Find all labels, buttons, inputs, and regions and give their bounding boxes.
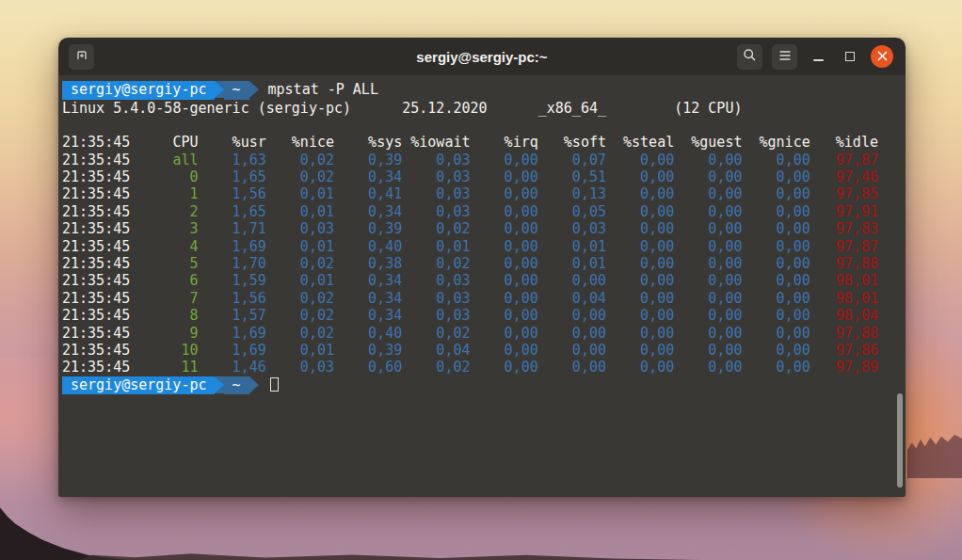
value-cell: 0,00: [606, 307, 674, 324]
value-cell: 0,00: [743, 238, 810, 255]
command-text: mpstat -P ALL: [268, 81, 378, 98]
menu-button[interactable]: [772, 44, 797, 70]
stat-row: 21:35:45 8 1,57 0,02 0,34 0,03 0,00 0,00…: [62, 307, 906, 324]
new-tab-button[interactable]: [69, 44, 94, 70]
value-cell: 0,01: [266, 203, 334, 220]
value-cell: 0,00: [471, 255, 538, 272]
value-cell: 0,00: [674, 220, 742, 237]
value-cell: 1,63: [199, 152, 266, 168]
cpu-cell: all: [130, 152, 198, 168]
value-cell: 0,01: [402, 238, 470, 255]
cpu-cell: 6: [130, 272, 198, 289]
idle-cell: 97,88: [810, 325, 878, 342]
value-cell: 1,69: [199, 325, 266, 342]
scrollbar-thumb[interactable]: [897, 393, 903, 488]
stat-row: 21:35:45 2 1,65 0,01 0,34 0,03 0,00 0,05…: [62, 203, 906, 220]
cpu-cell: 2: [130, 203, 198, 220]
cpu-cell: 10: [130, 342, 198, 359]
value-cell: 0,00: [606, 325, 674, 342]
value-cell: 1,65: [199, 203, 266, 220]
value-cell: 0,00: [471, 325, 538, 342]
time-cell: 21:35:45: [62, 359, 130, 376]
value-cell: 0,00: [743, 342, 810, 359]
value-cell: 0,00: [674, 152, 742, 168]
value-cell: 0,00: [471, 152, 538, 168]
value-cell: 0,00: [743, 220, 810, 237]
powerline-arrow-icon: [249, 376, 259, 393]
idle-cell: 97,91: [810, 203, 878, 220]
idle-cell: 97,87: [810, 238, 878, 255]
value-cell: 0,38: [334, 255, 402, 272]
minimize-button[interactable]: [807, 45, 829, 68]
value-cell: 0,00: [471, 220, 538, 237]
stat-row: 21:35:45 6 1,59 0,01 0,34 0,03 0,00 0,00…: [62, 272, 906, 289]
value-cell: 0,00: [674, 325, 742, 342]
idle-cell: 97,87: [810, 152, 878, 168]
idle-cell: 97,88: [810, 255, 878, 272]
value-cell: 0,03: [402, 168, 470, 185]
value-cell: 0,02: [266, 290, 334, 307]
value-cell: 0,41: [334, 185, 402, 202]
value-cell: 0,00: [743, 307, 810, 324]
value-cell: 0,01: [538, 255, 606, 272]
terminal-window: sergiy@sergiy-pc:~: [58, 38, 906, 497]
search-button[interactable]: [737, 44, 762, 70]
stats-rows: 21:35:45 all 1,63 0,02 0,39 0,03 0,00 0,…: [62, 152, 906, 376]
value-cell: 0,01: [266, 272, 334, 289]
value-cell: 0,00: [606, 272, 674, 289]
value-cell: 0,00: [606, 342, 674, 359]
value-cell: 0,00: [674, 359, 742, 376]
close-button[interactable]: [871, 45, 893, 68]
value-cell: 0,00: [538, 307, 606, 324]
value-cell: 0,01: [266, 342, 334, 359]
maximize-button[interactable]: [839, 45, 861, 68]
value-cell: 0,03: [402, 307, 470, 324]
value-cell: 0,03: [402, 185, 470, 202]
powerline-arrow-icon: [215, 81, 224, 98]
idle-cell: 97,86: [810, 342, 878, 359]
powerline-arrow-icon: [249, 81, 259, 98]
minimize-icon: [813, 59, 824, 61]
search-icon: [743, 48, 757, 66]
value-cell: 0,00: [538, 272, 606, 289]
value-cell: 0,00: [471, 359, 538, 376]
value-cell: 0,60: [334, 359, 402, 376]
value-cell: 0,00: [538, 359, 606, 376]
cpu-cell: 0: [130, 168, 198, 185]
value-cell: 0,00: [606, 185, 674, 202]
cpu-cell: 5: [130, 255, 198, 272]
value-cell: 0,40: [334, 238, 402, 255]
value-cell: 0,34: [334, 290, 402, 307]
value-cell: 0,34: [334, 168, 402, 185]
stat-row: 21:35:45 all 1,63 0,02 0,39 0,03 0,00 0,…: [62, 152, 906, 168]
stat-row: 21:35:45 9 1,69 0,02 0,40 0,02 0,00 0,00…: [62, 325, 906, 342]
time-cell: 21:35:45: [62, 255, 130, 272]
maximize-icon: [845, 52, 855, 61]
value-cell: 0,00: [743, 359, 810, 376]
value-cell: 0,00: [471, 203, 538, 220]
idle-cell: 97,83: [810, 220, 878, 237]
value-cell: 0,03: [266, 359, 334, 376]
value-cell: 0,00: [674, 168, 742, 185]
value-cell: 1,56: [199, 185, 266, 202]
value-cell: 0,00: [674, 307, 742, 324]
value-cell: 0,00: [674, 185, 742, 202]
value-cell: 0,00: [743, 185, 810, 202]
time-cell: 21:35:45: [62, 290, 130, 307]
text-cursor: [270, 377, 279, 392]
value-cell: 0,00: [674, 203, 742, 220]
prompt-cwd: ~: [224, 376, 249, 395]
value-cell: 0,34: [334, 272, 402, 289]
idle-cell: 97,46: [810, 168, 878, 185]
cpu-cell: 8: [130, 307, 198, 324]
new-tab-icon: [74, 47, 89, 66]
time-cell: 21:35:45: [62, 203, 130, 220]
terminal-content-area[interactable]: sergiy@sergiy-pc~mpstat -P ALL Linux 5.4…: [58, 75, 906, 497]
value-cell: 1,65: [199, 168, 266, 185]
value-cell: 1,69: [199, 342, 266, 359]
titlebar[interactable]: sergiy@sergiy-pc:~: [58, 38, 906, 75]
time-cell: 21:35:45: [62, 168, 130, 185]
stat-row: 21:35:45 4 1,69 0,01 0,40 0,01 0,00 0,01…: [62, 238, 906, 255]
value-cell: 0,39: [334, 152, 402, 168]
value-cell: 0,02: [266, 325, 334, 342]
